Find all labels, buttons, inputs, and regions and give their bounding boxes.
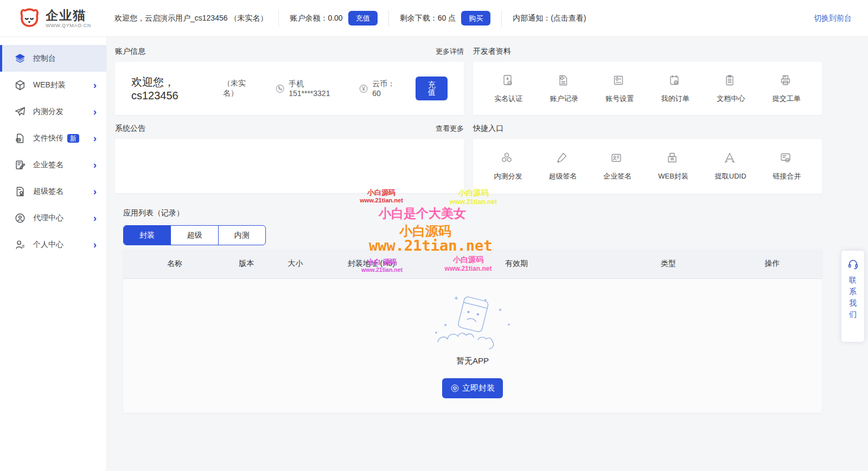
cube-icon <box>14 79 26 91</box>
contact-us-panel[interactable]: 联 系 我 们 <box>841 251 864 342</box>
sidebar-item-label: 内测分发 <box>33 107 63 117</box>
main-content: 账户信息 更多详情 欢迎您，cs123456 （未实名） 手机 151****3… <box>107 37 868 471</box>
col-pack-url: 封装地址 (H5) <box>324 259 419 269</box>
chevron-right-icon: › <box>93 80 97 90</box>
recharge-button[interactable]: 充值 <box>348 11 378 26</box>
dev-item-account-record[interactable]: 账户记录 <box>550 74 578 104</box>
app-list-section: 应用列表（记录） 封装 超级 内测 名称 版本 大小 封装地址 (H5) 有效期… <box>123 208 822 413</box>
quick-entry-title: 快捷入口 <box>473 124 503 133</box>
app-list-title: 应用列表（记录） <box>123 208 184 218</box>
buy-button[interactable]: 购买 <box>461 11 490 26</box>
recharge-button[interactable]: 充值 <box>416 77 448 100</box>
header-divider <box>501 10 502 27</box>
new-badge: 新 <box>67 134 79 143</box>
chevron-right-icon: › <box>93 160 97 170</box>
col-version: 版本 <box>226 259 267 269</box>
sidebar: 控制台 WEB封装 › 内测分发 › ZIP 文件快传 新 › 企业签名 › 超… <box>0 37 107 471</box>
balance-text: 账户余额：0.00 <box>290 14 342 23</box>
brand-name: 企业猫 <box>46 9 91 22</box>
sidebar-item-super-sign[interactable]: 超级签名 › <box>0 178 106 205</box>
id-card-icon <box>610 151 625 167</box>
top-header: 企业猫 WWW.QYMAO.CN 欢迎您，云启演示用户_cs123456 （未实… <box>0 0 868 37</box>
account-info-card: 欢迎您，cs123456 （未实名） 手机 151****3321 云币：60 … <box>115 62 464 115</box>
quick-item-enterprise-sign[interactable]: 企业签名 <box>603 151 631 181</box>
switch-to-front-link[interactable]: 切换到前台 <box>814 14 852 23</box>
quick-item-beta-distribute[interactable]: 内测分发 <box>494 151 522 181</box>
header-divider <box>278 10 279 27</box>
sidebar-item-label: 文件快传 <box>33 133 63 143</box>
pen-icon <box>555 151 570 167</box>
logo[interactable]: 企业猫 WWW.QYMAO.CN <box>0 6 107 31</box>
sidebar-item-label: WEB封装 <box>33 80 66 90</box>
quick-item-web-pack[interactable]: WEB封装 <box>658 151 688 181</box>
coin-text: 云币：60 <box>372 79 399 98</box>
svg-text:ZIP: ZIP <box>17 139 20 141</box>
person-icon <box>14 239 26 251</box>
app-list-tabs: 封装 超级 内测 <box>123 225 266 245</box>
agent-icon <box>14 212 26 224</box>
col-type: 类型 <box>614 259 723 269</box>
sidebar-item-label: 控制台 <box>33 54 56 63</box>
quick-item-extract-udid[interactable]: 提取UDID <box>715 151 746 181</box>
sidebar-item-web-pack[interactable]: WEB封装 › <box>0 72 106 98</box>
table-header-row: 名称 版本 大小 封装地址 (H5) 有效期 类型 操作 <box>123 249 822 279</box>
zip-file-icon: ZIP <box>14 132 26 144</box>
dev-item-account-settings[interactable]: 账号设置 <box>605 74 634 104</box>
order-calendar-icon <box>668 74 683 89</box>
downloads-text: 剩余下载：60 点 <box>400 14 456 23</box>
sidebar-item-beta-distribute[interactable]: 内测分发 › <box>0 98 106 125</box>
welcome-text: 欢迎您，云启演示用户_cs123456 （未实名） <box>114 14 267 23</box>
sidebar-item-label: 企业签名 <box>33 160 63 170</box>
dev-item-submit-ticket[interactable]: 提交工单 <box>773 74 801 104</box>
sidebar-item-agent-center[interactable]: 代理中心 › <box>0 205 106 231</box>
header-divider <box>388 10 389 27</box>
app-table: 名称 版本 大小 封装地址 (H5) 有效期 类型 操作 <box>123 249 822 413</box>
developer-card: 实名认证 账户记录 账号设置 我的订单 文档中心 <box>473 62 822 115</box>
settings-doc-icon <box>612 74 627 89</box>
sidebar-item-label: 代理中心 <box>33 213 63 223</box>
pack-now-button[interactable]: 立即封装 <box>442 378 503 398</box>
headset-icon <box>847 258 859 270</box>
empty-sad-card-illustration <box>429 294 516 351</box>
tab-beta[interactable]: 内测 <box>218 226 265 245</box>
col-name: 名称 <box>123 259 226 269</box>
sidebar-item-console[interactable]: 控制台 <box>0 45 106 72</box>
empty-text: 暂无APP <box>456 356 489 366</box>
sidebar-item-file-transfer[interactable]: ZIP 文件快传 新 › <box>0 125 106 151</box>
more-details-link[interactable]: 更多详情 <box>436 47 464 56</box>
certificate-doc-icon <box>14 186 26 198</box>
printer-icon <box>779 74 794 89</box>
paper-plane-icon <box>14 106 26 118</box>
sidebar-item-enterprise-sign[interactable]: 企业签名 › <box>0 151 106 178</box>
ballot-box-icon <box>666 151 681 167</box>
gear-page-icon <box>557 74 572 89</box>
account-info-title: 账户信息 <box>115 47 145 56</box>
dev-item-my-orders[interactable]: 我的订单 <box>661 74 690 104</box>
view-more-link[interactable]: 查看更多 <box>436 124 464 133</box>
quick-entry-card: 内测分发 超级签名 企业签名 WEB封装 提取UDID <box>473 139 822 194</box>
chevron-right-icon: › <box>93 213 97 223</box>
tab-pack[interactable]: 封装 <box>124 226 170 245</box>
phone-text: 手机 151****3321 <box>289 79 340 98</box>
tab-super[interactable]: 超级 <box>170 226 218 245</box>
col-actions: 操作 <box>723 259 822 269</box>
sidebar-item-label: 个人中心 <box>33 240 63 250</box>
chevron-right-icon: › <box>93 239 97 250</box>
announcement-card <box>115 139 464 193</box>
account-welcome-text: 欢迎您，cs123456 <box>131 75 211 102</box>
quick-item-super-sign[interactable]: 超级签名 <box>548 151 577 181</box>
easel-a-icon <box>723 151 738 167</box>
internal-notice-link[interactable]: 内部通知：(点击查看) <box>513 14 586 23</box>
quick-item-link-merge[interactable]: 链接合并 <box>773 151 801 181</box>
layers-icon <box>14 53 26 65</box>
yen-coin-icon <box>359 83 368 94</box>
dev-item-doc-center[interactable]: 文档中心 <box>717 74 745 104</box>
col-size: 大小 <box>267 259 324 269</box>
chevron-right-icon: › <box>93 133 97 143</box>
cubes-icon <box>500 151 515 167</box>
signature-doc-icon <box>14 159 26 171</box>
col-expiry: 有效期 <box>419 259 614 269</box>
dev-item-realname[interactable]: 实名认证 <box>494 74 522 104</box>
brand-domain: WWW.QYMAO.CN <box>46 23 91 28</box>
sidebar-item-personal-center[interactable]: 个人中心 › <box>0 231 106 258</box>
